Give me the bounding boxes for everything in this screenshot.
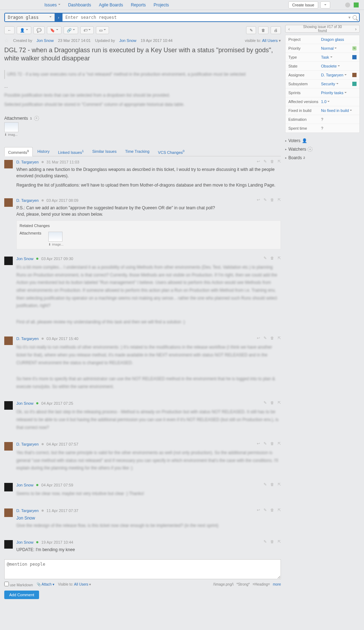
markdown-checkbox[interactable]: use Markdown bbox=[4, 582, 33, 587]
nav-projects[interactable]: Projects bbox=[153, 2, 169, 7]
print-button[interactable]: 🖨 bbox=[271, 26, 281, 34]
link-tool-button[interactable]: 🔗 bbox=[64, 26, 78, 34]
comment-action-icon[interactable]: 🗑 bbox=[270, 256, 274, 260]
comment-action-icon[interactable]: ⇱ bbox=[278, 336, 281, 340]
settings-icon[interactable] bbox=[345, 2, 350, 7]
comment-author[interactable]: Jon Snow bbox=[16, 540, 33, 544]
tab-time-tracking[interactable]: Time Tracking bbox=[121, 147, 153, 156]
comment-action-icon[interactable]: 🗑 bbox=[270, 159, 274, 164]
edit-button[interactable]: ✎ bbox=[246, 26, 256, 34]
comment-action-icon[interactable]: ✎ bbox=[264, 508, 267, 512]
comment-action-icon[interactable]: ✎ bbox=[264, 198, 267, 202]
comment-tool-button[interactable]: 💬 bbox=[33, 26, 45, 34]
nav-dashboards[interactable]: Dashboards bbox=[68, 2, 91, 7]
comment-action-icon[interactable]: 🗑 bbox=[270, 482, 274, 487]
comment-action-icon[interactable]: 🗑 bbox=[270, 539, 274, 544]
comment-action-icon[interactable]: ↩ bbox=[257, 159, 260, 164]
tab-history[interactable]: History bbox=[33, 147, 53, 156]
field-sprints-value[interactable]: Priority tasks bbox=[321, 91, 357, 95]
comment-action-icon[interactable]: ⇱ bbox=[278, 400, 281, 405]
comment-action-icon[interactable]: ✎ bbox=[264, 539, 267, 544]
create-issue-dropdown[interactable] bbox=[320, 1, 330, 9]
field-project-value[interactable]: Dragon glass bbox=[321, 37, 357, 42]
field-subsystem-value[interactable]: Security bbox=[321, 82, 352, 86]
updated-by-user[interactable]: Jon Snow bbox=[119, 38, 136, 43]
boards-section[interactable]: Boards2 bbox=[285, 154, 360, 162]
comment-action-icon[interactable]: ⇱ bbox=[278, 256, 281, 260]
search-icon[interactable] bbox=[353, 15, 357, 20]
attachment-thumbnail[interactable] bbox=[4, 122, 18, 132]
comment-action-icon[interactable]: ⇱ bbox=[278, 159, 281, 164]
comment-action-icon[interactable]: ⇱ bbox=[278, 482, 281, 487]
hint-more[interactable]: more bbox=[273, 582, 281, 586]
watchers-section[interactable]: Watchers + bbox=[285, 145, 360, 154]
field-fixed-value[interactable]: No fixed in build bbox=[321, 108, 357, 113]
field-affected-value[interactable]: 1.0 bbox=[321, 99, 357, 104]
comment-action-icon[interactable]: ↩ bbox=[257, 508, 260, 512]
pager-next[interactable]: › bbox=[352, 25, 359, 32]
comment-author[interactable]: Jon Snow bbox=[16, 483, 33, 487]
comment-action-icon[interactable]: 🗑 bbox=[270, 441, 274, 446]
comment-action-icon[interactable]: ↩ bbox=[257, 198, 260, 202]
tab-similar-issues[interactable]: Similar Issues bbox=[88, 147, 120, 156]
delete-button[interactable]: 🗑 bbox=[258, 26, 268, 34]
comment-action-icon[interactable]: ✎ bbox=[264, 482, 267, 487]
comment-author[interactable]: Jon Snow bbox=[16, 401, 33, 405]
nav-agile-boards[interactable]: Agile Boards bbox=[99, 2, 123, 7]
comment-action-icon[interactable]: ⇱ bbox=[278, 508, 281, 512]
add-watcher-button[interactable]: + bbox=[308, 147, 313, 152]
tab-comments[interactable]: Comments9 bbox=[4, 147, 33, 157]
field-estimation-value[interactable]: ? bbox=[321, 117, 357, 122]
comment-action-icon[interactable]: ⇱ bbox=[278, 441, 281, 446]
search-dropdown-icon[interactable]: ▾ bbox=[348, 15, 351, 20]
comment-author[interactable]: D. Targaryen bbox=[16, 508, 39, 513]
create-issue-button[interactable]: Create Issue bbox=[288, 1, 318, 9]
comment-action-icon[interactable]: ✎ bbox=[264, 256, 267, 260]
field-state-value[interactable]: Obsolete bbox=[321, 64, 357, 68]
comment-action-icon[interactable]: ✎ bbox=[264, 441, 267, 446]
tab-vcs-changes[interactable]: VCS Changes0 bbox=[154, 147, 189, 156]
comment-action-icon[interactable]: 🗑 bbox=[270, 198, 274, 202]
comment-author[interactable]: D. Targaryen bbox=[16, 336, 39, 341]
whats-new-icon[interactable] bbox=[354, 2, 359, 7]
attach-link[interactable]: 📎 Attach ▾ bbox=[37, 582, 54, 586]
voters-section[interactable]: Voters 👤 bbox=[285, 136, 360, 145]
comment-author[interactable]: D. Targaryen bbox=[16, 160, 39, 164]
comment-action-icon[interactable]: ✎ bbox=[264, 336, 267, 340]
related-thumbnail[interactable] bbox=[48, 232, 63, 242]
tab-linked-issues[interactable]: Linked Issues1 bbox=[54, 147, 87, 156]
add-comment-button[interactable]: Add Comment bbox=[4, 591, 39, 599]
comment-author[interactable]: D. Targaryen bbox=[16, 198, 39, 203]
comment-visible-value[interactable]: All Users bbox=[74, 582, 88, 586]
comment-action-icon[interactable]: ⇱ bbox=[278, 539, 281, 544]
label-tool-button[interactable]: 🏷 bbox=[80, 26, 94, 34]
comment-action-icon[interactable]: ⇱ bbox=[278, 198, 281, 202]
field-spent-value[interactable]: ? bbox=[321, 126, 357, 130]
comment-input[interactable] bbox=[4, 559, 281, 579]
created-by-user[interactable]: Jon Snow bbox=[37, 38, 54, 43]
comment-author[interactable]: D. Targaryen bbox=[16, 442, 39, 446]
comment-action-icon[interactable]: 🗑 bbox=[270, 336, 274, 340]
field-assignee-value[interactable]: D. Targaryen bbox=[321, 73, 352, 77]
assignee-tool-button[interactable]: 👤 bbox=[17, 26, 31, 34]
field-type-value[interactable]: Task bbox=[321, 55, 352, 59]
pager-prev[interactable]: ‹ bbox=[286, 25, 293, 32]
comment-author[interactable]: Jon Snow bbox=[16, 257, 33, 261]
add-attachment-button[interactable]: + bbox=[34, 116, 39, 121]
comment-action-icon[interactable]: ✎ bbox=[264, 400, 267, 405]
visible-to-value[interactable]: All Users bbox=[262, 38, 278, 43]
search-go-button[interactable]: › bbox=[55, 14, 63, 21]
back-button[interactable]: ← bbox=[4, 26, 15, 34]
comment-action-icon[interactable]: 🗑 bbox=[270, 400, 274, 405]
nav-reports[interactable]: Reports bbox=[131, 2, 146, 7]
star-icon[interactable]: ☆ bbox=[4, 38, 9, 43]
comment-action-icon[interactable]: ✎ bbox=[264, 159, 267, 164]
comment-action-icon[interactable]: ↩ bbox=[257, 336, 260, 340]
tag-tool-button[interactable]: 🔖 bbox=[47, 26, 61, 34]
field-priority-value[interactable]: Normal bbox=[321, 46, 352, 50]
comment-action-icon[interactable]: ↩ bbox=[257, 441, 260, 446]
comment-action-icon[interactable]: 🗑 bbox=[270, 508, 274, 512]
comment-mention[interactable]: Jon Snow bbox=[16, 516, 35, 521]
window-tool-button[interactable]: ▭ bbox=[96, 26, 109, 34]
nav-issues[interactable]: Issues bbox=[44, 2, 60, 7]
